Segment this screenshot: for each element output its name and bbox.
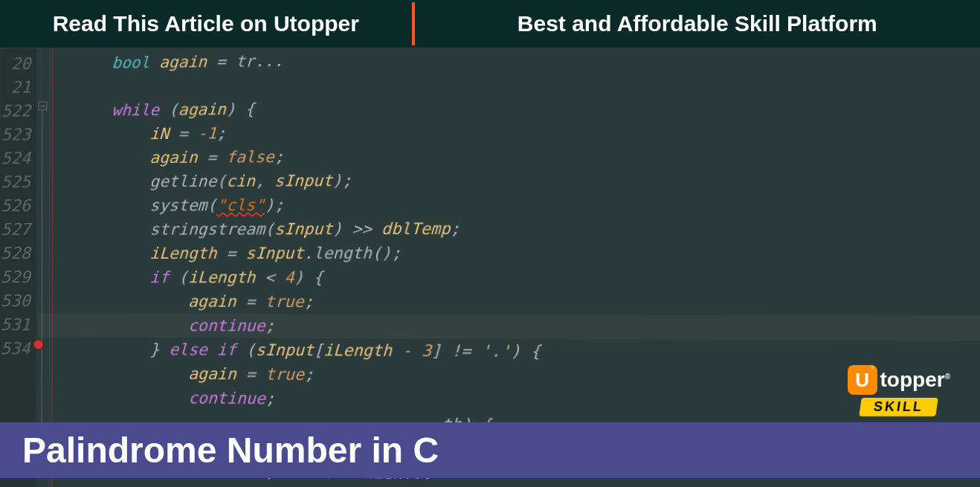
code-line: continue; <box>112 313 980 341</box>
article-title: Palindrome Number in C <box>22 430 439 471</box>
line-number: 529 <box>0 265 36 289</box>
line-number: 531 <box>0 313 36 337</box>
code-line: stringstream(sInput) >> dblTemp; <box>112 215 980 242</box>
logo-skill-badge: SKILL <box>859 398 938 416</box>
line-number: 523 <box>0 123 36 146</box>
code-line: if (iLength < 4) { <box>112 265 980 291</box>
logo-badge: U <box>848 365 877 395</box>
code-line: system("cls"); <box>112 190 980 217</box>
code-line: getline(cin, sInput); <box>112 164 980 193</box>
line-number: 530 <box>0 289 36 313</box>
line-number: 528 <box>0 242 36 265</box>
line-number: 522 <box>1 100 37 123</box>
title-banner: Palindrome Number in C <box>0 422 980 478</box>
line-number-gutter: 20 21 522 523 524 525 526 527 528 529 53… <box>0 48 38 487</box>
line-number: 524 <box>0 146 36 170</box>
line-number: 525 <box>0 170 36 194</box>
line-number: 21 <box>1 76 37 100</box>
top-banner: Read This Article on Utopper Best and Af… <box>0 0 980 48</box>
line-number: 534 <box>0 337 36 361</box>
logo-main: U topper® <box>848 365 950 395</box>
code-line: iLength = sInput.length(); <box>112 240 980 265</box>
line-number: 527 <box>0 218 36 242</box>
utopper-logo: U topper® SKILL <box>848 365 950 416</box>
line-number: 526 <box>0 194 36 218</box>
code-area[interactable]: bool again = tr... while (again) { iN = … <box>36 36 980 487</box>
code-editor: 20 21 522 523 524 525 526 527 528 529 53… <box>0 36 980 487</box>
line-number: 20 <box>1 52 37 76</box>
logo-text: topper® <box>880 368 950 392</box>
banner-right-text: Best and Affordable Skill Platform <box>415 11 980 36</box>
banner-left-text: Read This Article on Utopper <box>0 11 412 36</box>
code-line: again = true; <box>112 289 980 316</box>
